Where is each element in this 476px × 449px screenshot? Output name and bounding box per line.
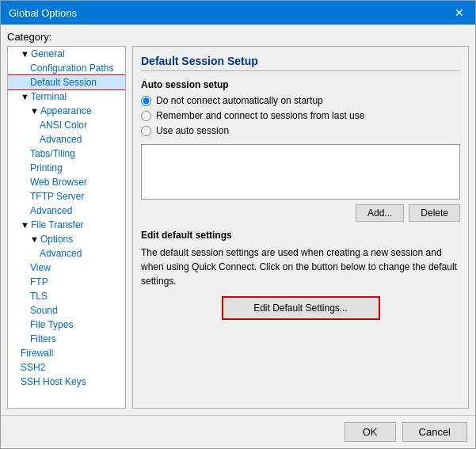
sidebar-item-tls[interactable]: TLS <box>8 289 125 303</box>
close-button[interactable]: ✕ <box>451 5 467 21</box>
sidebar-item-appearance[interactable]: ▼Appearance <box>8 104 125 118</box>
sidebar-item-file-types[interactable]: File Types <box>8 318 125 332</box>
dialog-body: Category: ▼GeneralConfiguration PathsDef… <box>1 25 475 415</box>
add-button[interactable]: Add... <box>356 204 404 222</box>
sidebar-item-options[interactable]: ▼Options <box>8 232 125 246</box>
radio-item-no-connect[interactable]: Do not connect automatically on startup <box>141 95 460 106</box>
sidebar-item-ssh-host-keys[interactable]: SSH Host Keys <box>8 375 125 389</box>
sidebar-item-ftp[interactable]: FTP <box>8 275 125 289</box>
sidebar-item-default-session[interactable]: Default Session <box>8 75 125 89</box>
title-bar: Global Options ✕ <box>1 1 475 25</box>
radio-auto-session[interactable] <box>141 126 151 136</box>
sidebar: ▼GeneralConfiguration PathsDefault Sessi… <box>7 46 126 409</box>
sidebar-item-advanced-terminal[interactable]: Advanced <box>8 132 125 146</box>
sidebar-item-firewall[interactable]: Firewall <box>8 346 125 360</box>
session-list-area <box>141 144 460 200</box>
sidebar-item-advanced-ft[interactable]: Advanced <box>8 246 125 261</box>
sidebar-item-general[interactable]: ▼General <box>8 47 125 61</box>
sidebar-item-tftp-server[interactable]: TFTP Server <box>8 189 125 204</box>
radio-remember[interactable] <box>141 111 151 121</box>
dialog-title: Global Options <box>9 7 77 19</box>
add-delete-row: Add... Delete <box>141 204 460 222</box>
content-title: Default Session Setup <box>141 55 460 71</box>
edit-section-text: The default session settings are used wh… <box>141 245 460 288</box>
sidebar-item-file-transfer[interactable]: ▼File Transfer <box>8 218 125 232</box>
sidebar-item-ssh2[interactable]: SSH2 <box>8 360 125 375</box>
ok-button[interactable]: OK <box>345 422 396 442</box>
sidebar-item-printing[interactable]: Printing <box>8 161 125 175</box>
sidebar-item-terminal[interactable]: ▼Terminal <box>8 89 125 104</box>
main-content: ▼GeneralConfiguration PathsDefault Sessi… <box>7 46 469 409</box>
cancel-button[interactable]: Cancel <box>402 422 467 442</box>
content-panel: Default Session Setup Auto session setup… <box>132 46 469 409</box>
sidebar-item-view[interactable]: View <box>8 261 125 275</box>
radio-item-auto-session[interactable]: Use auto session <box>141 125 460 136</box>
dialog-footer: OK Cancel <box>1 415 475 448</box>
sidebar-item-filters[interactable]: Filters <box>8 332 125 346</box>
radio-item-remember[interactable]: Remember and connect to sessions from la… <box>141 110 460 121</box>
sidebar-item-web-browser[interactable]: Web Browser <box>8 175 125 189</box>
delete-button[interactable]: Delete <box>409 204 460 222</box>
sidebar-item-ansi-color[interactable]: ANSI Color <box>8 118 125 132</box>
radio-no-connect[interactable] <box>141 96 151 106</box>
sidebar-item-configuration-paths[interactable]: Configuration Paths <box>8 61 125 75</box>
edit-section-label: Edit default settings <box>141 230 460 241</box>
auto-session-label: Auto session setup <box>141 79 460 90</box>
global-options-dialog: Global Options ✕ Category: ▼GeneralConfi… <box>0 0 476 449</box>
category-label: Category: <box>7 31 469 43</box>
sidebar-item-advanced-terminal2[interactable]: Advanced <box>8 204 125 218</box>
sidebar-item-sound[interactable]: Sound <box>8 303 125 318</box>
edit-default-settings-button[interactable]: Edit Default Settings... <box>222 296 380 320</box>
sidebar-item-tabs-tiling[interactable]: Tabs/Tiling <box>8 146 125 161</box>
radio-group: Do not connect automatically on startupR… <box>141 95 460 136</box>
